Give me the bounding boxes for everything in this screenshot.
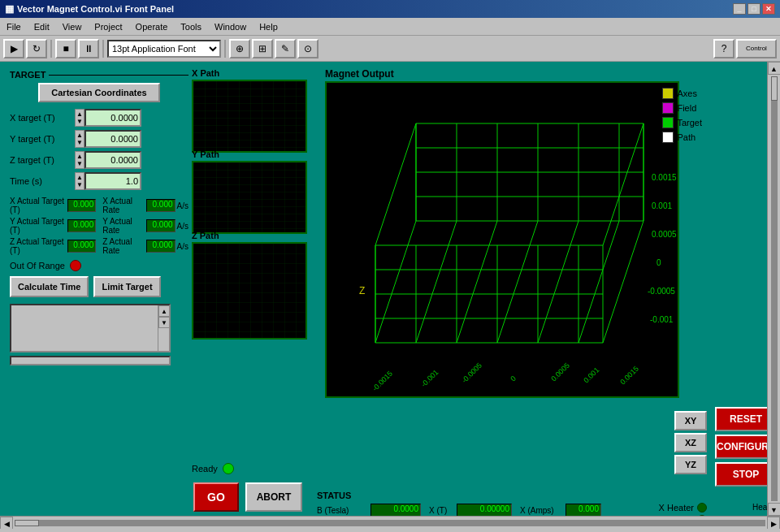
tool2-btn[interactable]: ⊞: [252, 39, 273, 58]
menu-window[interactable]: Window: [208, 20, 253, 33]
tool1-btn[interactable]: ⊕: [229, 39, 250, 58]
title-bar: ▦ Vector Magnet Control.vi Front Panel _…: [0, 0, 780, 18]
magnet-output-panel: Magnet Output: [325, 68, 682, 491]
maximize-button[interactable]: □: [748, 3, 760, 15]
tool4-btn[interactable]: ⊙: [297, 39, 318, 58]
hscroll-track[interactable]: [15, 520, 765, 526]
run-arrow-btn[interactable]: ▶: [3, 39, 24, 58]
path-legend-label: Path: [677, 132, 696, 142]
ready-row: Ready: [192, 463, 234, 474]
minimize-button[interactable]: _: [733, 3, 746, 15]
progress-bar: [10, 356, 171, 365]
cartesian-coord-button[interactable]: Cartesian Coordinates: [38, 83, 160, 102]
field-legend-label: Field: [677, 103, 696, 113]
status-label: STATUS: [317, 491, 682, 500]
x-rate-label: X Actual Rate: [102, 197, 146, 214]
y-target-label: Y target (T): [10, 134, 75, 144]
x-heater-led: [697, 503, 707, 513]
pause-btn[interactable]: ⏸: [78, 39, 99, 58]
menu-operate[interactable]: Operate: [129, 20, 175, 33]
x-actual-label: X Actual Target (T): [10, 197, 67, 214]
xy-view-button[interactable]: XY: [674, 411, 707, 430]
help-context-btn[interactable]: ?: [713, 39, 734, 58]
svg-rect-3: [327, 83, 679, 398]
time-spinner[interactable]: ▲▼: [75, 172, 84, 190]
x-target-row: X target (T) ▲▼: [10, 109, 188, 127]
y-spinner[interactable]: ▲▼: [75, 130, 84, 148]
x-path-grid: [193, 81, 306, 151]
x-path-label: X Path: [192, 68, 307, 78]
go-abort-panel: GO ABORT: [193, 482, 302, 512]
z-actual-val: 0.000: [67, 240, 96, 253]
svg-text:0.001: 0.001: [652, 201, 672, 210]
svg-rect-0: [193, 81, 306, 151]
axes-color-swatch: [662, 88, 674, 99]
message-area[interactable]: ▲ ▼: [10, 304, 171, 353]
menu-project[interactable]: Project: [88, 20, 128, 33]
horizontal-scrollbar[interactable]: ◀ ▶: [0, 516, 780, 529]
time-input[interactable]: [84, 172, 141, 190]
text-scrollbar-v[interactable]: ▲ ▼: [158, 305, 169, 351]
scroll-up-arrow[interactable]: ▲: [768, 62, 781, 75]
target-panel: TARGET Cartesian Coordinates X target (T…: [10, 70, 188, 365]
abort-button[interactable]: ABORT: [245, 482, 302, 512]
x-actual-val: 0.000: [67, 199, 96, 212]
x-target-input[interactable]: [84, 109, 141, 127]
x-rate-val: 0.000: [146, 199, 175, 212]
yz-view-button[interactable]: YZ: [674, 455, 707, 474]
x-t-label: X (T): [429, 506, 453, 515]
z-path-panel: Z Path: [192, 231, 307, 340]
b-tesla-label: B (Tesla): [317, 506, 367, 515]
path-color-swatch: [662, 132, 674, 143]
scroll-down-btn[interactable]: ▼: [158, 317, 170, 328]
title-bar-left: ▦ Vector Magnet Control.vi Front Panel: [5, 3, 174, 15]
tool3-btn[interactable]: ✎: [275, 39, 296, 58]
toolbar-sep-1: [50, 40, 52, 58]
z-rate-unit: A/s: [177, 242, 188, 251]
scroll-down-arrow[interactable]: ▼: [768, 503, 781, 516]
z-target-input[interactable]: [84, 151, 141, 169]
font-select[interactable]: 13pt Application Font: [107, 40, 221, 58]
limit-target-button[interactable]: Limit Target: [93, 276, 160, 297]
status-row-1: B (Tesla) 0.0000 X (T) 0.00000 X (Amps) …: [317, 504, 682, 517]
main-area: TARGET Cartesian Coordinates X target (T…: [0, 62, 780, 529]
abort-btn[interactable]: ■: [55, 39, 76, 58]
y-rate-label: Y Actual Rate: [102, 217, 146, 235]
svg-text:Z: Z: [359, 285, 365, 296]
svg-text:-0.0005: -0.0005: [648, 287, 675, 296]
y-target-input[interactable]: [84, 130, 141, 148]
x-heater-row: X Heater: [659, 503, 707, 513]
menu-file[interactable]: File: [0, 20, 28, 33]
vscroll-thumb[interactable]: [771, 76, 778, 101]
legend-field: Field: [662, 102, 702, 114]
xz-view-button[interactable]: XZ: [674, 433, 707, 452]
x-path-plot: [192, 80, 307, 153]
z-spinner[interactable]: ▲▼: [75, 151, 84, 169]
run-continuously-btn[interactable]: ↻: [26, 39, 47, 58]
y-actual-val: 0.000: [67, 219, 96, 232]
target-label: TARGET: [10, 70, 188, 80]
menu-help[interactable]: Help: [253, 20, 284, 33]
vi-name-btn: Control: [736, 39, 777, 58]
menu-edit[interactable]: Edit: [28, 20, 56, 33]
menu-view[interactable]: View: [56, 20, 89, 33]
calculate-time-button[interactable]: Calculate Time: [10, 276, 89, 297]
close-button[interactable]: ✕: [762, 3, 775, 15]
scroll-up-btn[interactable]: ▲: [158, 305, 170, 317]
x-target-label: X target (T): [10, 113, 75, 123]
y-rate-val: 0.000: [146, 219, 175, 232]
vertical-scrollbar[interactable]: ▲ ▼: [767, 62, 780, 516]
x-spinner[interactable]: ▲▼: [75, 109, 84, 127]
z-rate-val: 0.000: [146, 240, 175, 253]
x-amp-label: X (Amps): [520, 506, 562, 515]
scroll-left-arrow[interactable]: ◀: [0, 517, 13, 530]
go-button[interactable]: GO: [193, 482, 239, 512]
vscroll-track[interactable]: [771, 76, 778, 501]
z-path-grid: [193, 244, 306, 340]
svg-rect-1: [193, 162, 306, 232]
svg-text:-0.001: -0.001: [650, 315, 674, 324]
menu-tools[interactable]: Tools: [174, 20, 208, 33]
scroll-right-arrow[interactable]: ▶: [767, 517, 780, 530]
x-path-panel: X Path: [192, 68, 307, 153]
hscroll-thumb[interactable]: [15, 520, 39, 526]
